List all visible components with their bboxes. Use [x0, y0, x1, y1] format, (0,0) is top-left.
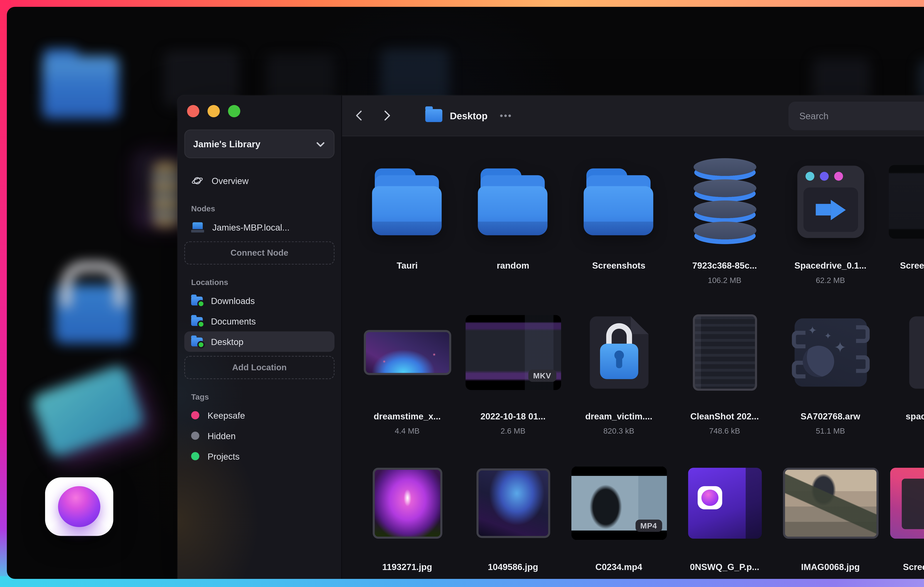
spacedrive-window: Jamie's Library Overview Nodes: [177, 95, 924, 579]
search-bar: ⌘F: [789, 102, 924, 130]
blurred-yellow-stack-icon: [153, 162, 180, 227]
sidebar-tag-hidden[interactable]: Hidden: [184, 426, 335, 446]
file-item[interactable]: IMAG0068.jpg: [777, 465, 883, 579]
crescent-icon: [802, 346, 834, 377]
folder-icon: [581, 168, 657, 235]
file-thumbnail: [372, 468, 442, 539]
add-location-button[interactable]: Add Location: [184, 356, 335, 379]
file-item[interactable]: dreamstime_x...4.4 MB: [354, 314, 460, 436]
spacedrive-app-icon[interactable]: [45, 477, 113, 536]
sidebar-item-label: Downloads: [211, 296, 255, 306]
sparkle-icon: ✦: [824, 331, 832, 341]
file-thumbnail: MP4: [571, 467, 667, 540]
file-size: 2.6 MB: [501, 427, 526, 436]
database-icon: [693, 158, 756, 245]
keyhole: [614, 350, 624, 360]
sparkle-icon: ✦: [834, 339, 846, 356]
file-name: 0NSWQ_G_P.p...: [690, 562, 759, 574]
file-item[interactable]: CleanShot 202...748.6 kB: [672, 314, 778, 436]
file-name: IMAG0068.jpg: [801, 562, 860, 574]
file-name: Tauri: [397, 260, 417, 272]
file-thumbnail: MOV: [889, 165, 924, 239]
spacedrive-orb-logo: [58, 486, 101, 527]
tag-label: Hidden: [208, 431, 236, 441]
sidebar-item-label: Documents: [211, 316, 256, 326]
frame-corner: [856, 355, 869, 373]
file-thumbnail: MKV: [465, 315, 561, 390]
file-size: 748.6 kB: [709, 427, 740, 436]
file-name: dreamstime_x...: [374, 411, 441, 423]
chevron-down-icon: [315, 139, 326, 149]
minimize-button[interactable]: [208, 105, 220, 117]
blurred-folder-icon: [42, 56, 119, 119]
file-item[interactable]: dream_victim....820.3 kB: [566, 314, 672, 436]
file-size: 51.1 MB: [816, 427, 845, 436]
file-grid: TaurirandomScreenshots7923c368-85c...106…: [342, 136, 924, 579]
file-item[interactable]: 1049586.jpg: [460, 465, 566, 579]
file-item[interactable]: Screenshots: [566, 164, 672, 286]
file-size: 106.2 MB: [708, 276, 741, 286]
tag-label: Keepsafe: [208, 410, 245, 420]
file-item[interactable]: random: [460, 164, 566, 286]
sidebar-item-downloads[interactable]: Downloads: [184, 291, 335, 311]
sidebar-tag-projects[interactable]: Projects: [184, 446, 335, 467]
close-button[interactable]: [187, 105, 199, 117]
section-title-locations: Locations: [191, 278, 328, 286]
file-item[interactable]: Screen Shot 2...: [883, 465, 924, 579]
sidebar: Jamie's Library Overview Nodes: [177, 95, 342, 579]
screen: Jamie's Library Overview Nodes: [0, 0, 924, 587]
file-name: 1049586.jpg: [488, 562, 538, 574]
node-label: Jamies-MBP.local...: [212, 222, 290, 232]
blurred-tag-icon: [30, 363, 146, 459]
file-item[interactable]: MKV2022-10-18 01...2.6 MB: [460, 314, 566, 436]
desktop-background: Jamie's Library Overview Nodes: [7, 7, 924, 579]
sidebar-item-overview[interactable]: Overview: [184, 170, 335, 191]
lock-icon: [600, 344, 638, 379]
laptop-icon: [191, 222, 204, 232]
search-input[interactable]: [798, 110, 924, 122]
file-name: 1193271.jpg: [382, 562, 432, 574]
sparkle-icon: ✦: [808, 324, 817, 337]
file-item[interactable]: 1193271.jpg: [354, 465, 460, 579]
window-dots: [805, 172, 843, 181]
file-item[interactable]: MOVScreen Recordi...7.8 MB: [883, 164, 924, 286]
library-selector[interactable]: Jamie's Library: [184, 130, 335, 158]
file-thumbnail: [476, 469, 550, 538]
file-name: C0234.mp4: [596, 562, 642, 574]
section-title-tags: Tags: [191, 393, 328, 401]
sidebar-item-node[interactable]: Jamies-MBP.local...: [184, 217, 335, 237]
tag-color-dot: [191, 411, 199, 419]
folder-icon: [191, 317, 203, 326]
dot: [805, 172, 814, 181]
file-item[interactable]: Tauri: [354, 164, 460, 286]
folder-icon: [191, 337, 203, 346]
file-item[interactable]: 7923c368-85c...106.2 MB: [672, 164, 778, 286]
planet-icon: [191, 174, 203, 187]
zoom-button[interactable]: [228, 105, 240, 117]
sidebar-item-desktop[interactable]: Desktop: [184, 331, 335, 352]
connect-node-button[interactable]: Connect Node: [184, 242, 335, 265]
file-size: 62.2 MB: [816, 276, 845, 286]
more-options-button[interactable]: •••: [500, 110, 512, 120]
file-name: spacedrive.zip: [906, 411, 924, 423]
app-installer-icon: [797, 166, 864, 238]
file-thumbnail: [890, 468, 924, 539]
file-name: Screenshots: [592, 260, 645, 272]
topbar: Desktop ••• ⌘F: [342, 95, 924, 136]
file-item[interactable]: MP4C0234.mp4: [566, 465, 672, 579]
file-item[interactable]: ✦✦✦SA702768.arw51.1 MB: [777, 314, 883, 436]
traffic-lights: [184, 95, 335, 117]
dot: [834, 172, 843, 181]
file-thumbnail: [688, 468, 762, 539]
sidebar-tag-keepsafe[interactable]: Keepsafe: [184, 405, 335, 426]
file-item[interactable]: Spacedrive_0.1...62.2 MB: [777, 164, 883, 286]
file-name: 7923c368-85c...: [692, 260, 757, 272]
forward-button[interactable]: [376, 105, 397, 126]
file-item[interactable]: spacedrive.zip623 B: [883, 314, 924, 436]
sidebar-item-documents[interactable]: Documents: [184, 311, 335, 331]
file-item[interactable]: 0NSWQ_G_P.p...: [672, 465, 778, 579]
back-button[interactable]: [349, 105, 370, 126]
file-name: SA702768.arw: [800, 411, 860, 423]
file-grid-row: TaurirandomScreenshots7923c368-85c...106…: [354, 164, 924, 286]
breadcrumb[interactable]: Desktop: [425, 109, 487, 122]
